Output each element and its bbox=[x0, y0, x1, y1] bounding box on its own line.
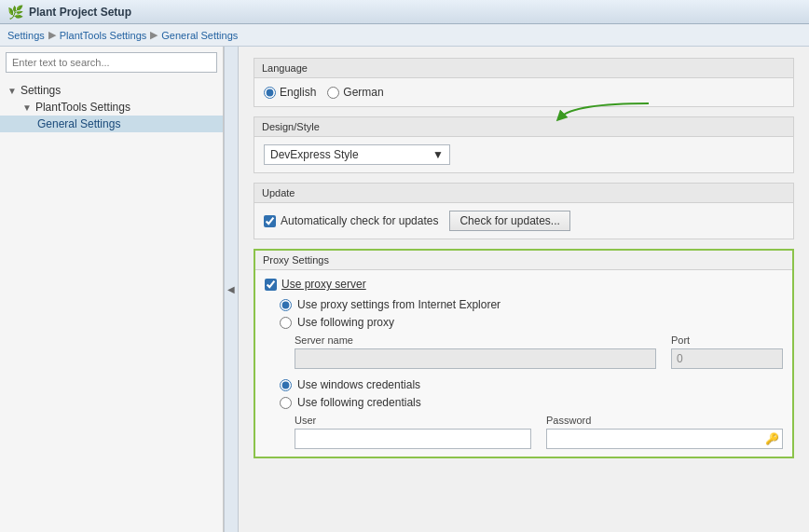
port-group: Port bbox=[671, 334, 783, 369]
sidebar-item-general[interactable]: General Settings bbox=[0, 116, 223, 132]
design-body: DevExpress Style ▼ bbox=[254, 137, 793, 172]
proxy-header: Proxy Settings bbox=[255, 251, 792, 270]
content-area: Language English German Design/Style bbox=[239, 47, 809, 532]
language-header: Language bbox=[254, 59, 793, 78]
language-body: English German bbox=[254, 78, 793, 106]
proxy-ie-radio[interactable] bbox=[280, 299, 292, 311]
breadcrumb-settings[interactable]: Settings bbox=[7, 30, 45, 41]
radio-german-input[interactable] bbox=[327, 87, 339, 99]
main-layout: ▼ Settings ▼ PlantTools Settings General… bbox=[0, 47, 809, 532]
chevron-down-icon: ▼ bbox=[432, 148, 444, 161]
sidebar-item-settings[interactable]: ▼ Settings bbox=[0, 82, 223, 99]
server-name-label: Server name bbox=[295, 334, 656, 346]
update-header: Update bbox=[254, 184, 793, 203]
breadcrumb-planttools[interactable]: PlantTools Settings bbox=[60, 30, 147, 41]
proxy-custom-radio[interactable] bbox=[280, 317, 292, 329]
port-label: Port bbox=[671, 334, 783, 346]
breadcrumb-sep-2: ▶ bbox=[150, 29, 158, 41]
port-input[interactable] bbox=[671, 348, 783, 369]
server-name-group: Server name bbox=[295, 334, 656, 369]
arrow-settings: ▼ bbox=[7, 86, 17, 96]
check-updates-button[interactable]: Check for updates... bbox=[449, 211, 569, 231]
use-proxy-checkbox[interactable] bbox=[265, 279, 277, 291]
password-reveal-icon[interactable]: 🔑 bbox=[765, 432, 779, 445]
password-input[interactable] bbox=[546, 429, 783, 449]
radio-english-input[interactable] bbox=[264, 87, 276, 99]
sidebar: ▼ Settings ▼ PlantTools Settings General… bbox=[0, 47, 224, 532]
user-password-row: User Password 🔑 bbox=[280, 415, 783, 449]
user-input[interactable] bbox=[295, 429, 531, 449]
proxy-custom-option[interactable]: Use following proxy bbox=[280, 316, 783, 329]
update-row: Automatically check for updates Check fo… bbox=[264, 211, 784, 231]
server-name-input[interactable] bbox=[295, 348, 656, 369]
title-bar: 🌿 Plant Project Setup bbox=[0, 0, 809, 24]
collapse-handle[interactable]: ◀ bbox=[224, 47, 239, 532]
arrow-planttools: ▼ bbox=[22, 102, 32, 113]
password-group: Password 🔑 bbox=[546, 415, 783, 449]
radio-german[interactable]: German bbox=[327, 86, 383, 99]
user-label: User bbox=[295, 415, 531, 426]
language-radio-group: English German bbox=[264, 86, 784, 99]
use-proxy-label[interactable]: Use proxy server bbox=[265, 278, 783, 291]
cred-windows-option[interactable]: Use windows credentials bbox=[280, 378, 783, 391]
language-section: Language English German bbox=[254, 58, 794, 107]
breadcrumb-sep-1: ▶ bbox=[48, 29, 56, 41]
password-label: Password bbox=[546, 415, 783, 426]
user-group: User bbox=[295, 415, 531, 449]
sidebar-item-planttools[interactable]: ▼ PlantTools Settings bbox=[0, 99, 223, 116]
design-header: Design/Style bbox=[254, 117, 793, 137]
auto-check-checkbox[interactable] bbox=[264, 215, 276, 227]
app-icon: 🌿 bbox=[7, 5, 23, 20]
proxy-ie-option[interactable]: Use proxy settings from Internet Explore… bbox=[280, 298, 783, 311]
cred-following-radio[interactable] bbox=[280, 397, 292, 409]
server-port-row: Server name Port bbox=[280, 334, 783, 369]
window-title: Plant Project Setup bbox=[29, 6, 131, 19]
design-section: Design/Style DevExpress Style ▼ bbox=[254, 116, 794, 173]
proxy-body: Use proxy server Use proxy settings from… bbox=[255, 270, 792, 457]
update-body: Automatically check for updates Check fo… bbox=[254, 203, 793, 239]
cred-following-option[interactable]: Use following credentials bbox=[280, 396, 783, 409]
cred-windows-radio[interactable] bbox=[280, 379, 292, 391]
radio-english[interactable]: English bbox=[264, 86, 316, 99]
breadcrumb-general[interactable]: General Settings bbox=[161, 30, 238, 41]
search-input[interactable] bbox=[6, 52, 217, 73]
password-input-wrap: 🔑 bbox=[546, 429, 783, 449]
proxy-section: Proxy Settings Use proxy server Use prox… bbox=[254, 249, 794, 458]
auto-check-label[interactable]: Automatically check for updates bbox=[264, 214, 438, 227]
breadcrumb: Settings ▶ PlantTools Settings ▶ General… bbox=[0, 24, 809, 47]
style-dropdown[interactable]: DevExpress Style ▼ bbox=[264, 144, 450, 165]
tree: ▼ Settings ▼ PlantTools Settings General… bbox=[0, 78, 223, 532]
update-section: Update Automatically check for updates C… bbox=[254, 183, 794, 239]
